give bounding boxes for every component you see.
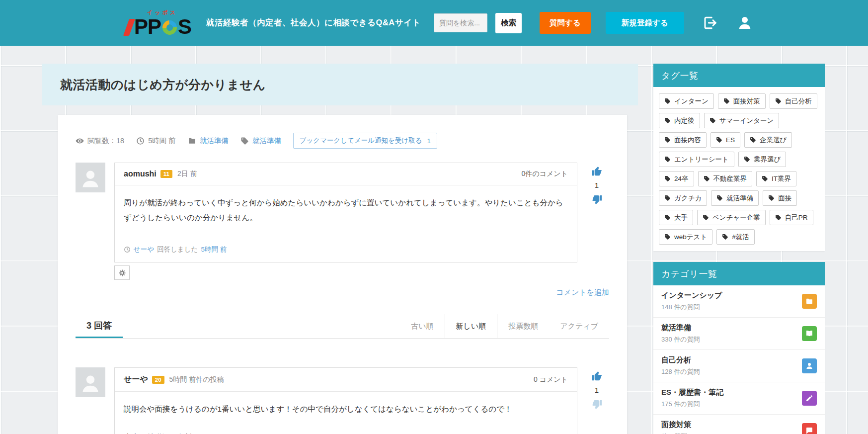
tag-pill[interactable]: 面接 (763, 190, 797, 206)
answer-upvote-button[interactable] (590, 369, 603, 382)
tag-icon (240, 137, 249, 145)
category-count: 件の質問 (661, 432, 802, 434)
main-layout: 就活活動のはじめ方が分かりません 閲覧数：18 5時間 前 就活準備 (0, 46, 868, 434)
answered-time-link[interactable]: 5時間 前 (201, 245, 227, 254)
header: イッポス PP S 就活経験者（内定者、社会人）に相談できるQ&Aサイト 検索 … (0, 0, 868, 46)
tag-pill[interactable]: ES (710, 132, 740, 148)
answers-bar: 3 回答 古い順 新しい順 投票数順 アクティブ (76, 314, 609, 339)
tag-pill[interactable]: 自己分析 (770, 93, 817, 109)
tag-pill[interactable]: webテスト (659, 229, 712, 245)
vote-count: 1 (595, 181, 599, 189)
site-logo[interactable]: イッポス PP S (126, 9, 191, 37)
category-name: 自己分析 (661, 355, 802, 365)
tag-pill-label: #就活 (732, 233, 749, 242)
user-icon[interactable] (736, 14, 754, 32)
add-comment-row: コメントを追加 (76, 288, 609, 297)
tag-pill[interactable]: 企業選び (744, 132, 792, 148)
tag-pill[interactable]: 不動産業界 (698, 171, 753, 186)
tag-link[interactable]: 就活準備 (252, 136, 281, 146)
tag-pill[interactable]: 就活準備 (711, 190, 759, 206)
folder-icon (188, 137, 196, 145)
category-row-internship[interactable]: インターンシップ 148 件の質問 (653, 285, 825, 318)
sort-tab-newest[interactable]: 新しい順 (445, 314, 498, 338)
category-link[interactable]: 就活準備 (200, 136, 229, 146)
tag-pill[interactable]: 24卒 (659, 171, 694, 186)
folder-icon (802, 294, 817, 309)
tag-pill-label: 業界選び (754, 155, 781, 164)
answered-info: せーや 回答しました 5時間 前 (115, 243, 577, 262)
author-name[interactable]: aomushi (124, 170, 157, 178)
tag-pill-label: 面接内容 (674, 136, 701, 145)
tag-pill-label: 自己PR (785, 213, 808, 222)
tag-icon (704, 175, 710, 182)
tag-pill-label: webテスト (674, 233, 707, 242)
book-icon (802, 326, 817, 341)
categories-panel-title: カテゴリ一覧 (653, 262, 825, 285)
question-comments-count: 0件のコメント (522, 170, 568, 178)
person-icon (802, 358, 817, 373)
tag-pill[interactable]: 内定後 (659, 113, 700, 128)
tag-pill-label: 大手 (674, 213, 688, 222)
register-button[interactable]: 新規登録する (606, 12, 684, 34)
tag-pill[interactable]: インターン (659, 93, 714, 109)
tag-pill[interactable]: ガクチカ (659, 190, 707, 206)
answer-downvote-button[interactable] (590, 398, 603, 411)
answer-post-box: せーや 20 5時間 前件の投稿 0 コメント 説明会や面接をうけるのが1番いい… (114, 367, 577, 434)
tag-pill[interactable]: 面接内容 (659, 132, 707, 148)
tag-pill-label: 自己分析 (785, 97, 812, 106)
bookmark-button[interactable]: ブックマークしてメール通知を受け取る 1 (293, 133, 437, 149)
tag-pill[interactable]: ベンチャー企業 (697, 210, 766, 225)
answer-vote-count: 1 (595, 386, 599, 394)
tag-pill[interactable]: IT業界 (756, 171, 796, 186)
category-row-self-analysis[interactable]: 自己分析 128 件の質問 (653, 350, 825, 382)
tag-pill[interactable]: 自己PR (770, 210, 813, 225)
category-row-es-resume[interactable]: ES・履歴書・筆記 175 件の質問 (653, 382, 825, 415)
upvote-button[interactable] (590, 165, 603, 177)
question-post: aomushi 11 2日 前 0件のコメント 周りが就活が終わっていく中ずっと… (76, 163, 609, 262)
sort-tab-oldest[interactable]: 古い順 (400, 314, 444, 338)
settings-button[interactable] (114, 265, 130, 280)
thumbs-down-icon (591, 399, 603, 410)
category-name: 就活準備 (661, 323, 802, 333)
tag-icon (716, 195, 723, 201)
tag-pill[interactable]: 業界選び (738, 152, 786, 167)
tag-icon (775, 214, 782, 221)
tag-pill-label: 内定後 (674, 116, 695, 125)
answered-by-link[interactable]: せーや (134, 245, 154, 254)
tag-icon (703, 214, 709, 221)
answered-action-label: 回答しました (157, 245, 198, 254)
search-button[interactable]: 検索 (495, 13, 522, 33)
tag-pill-label: ベンチャー企業 (712, 213, 760, 222)
category-row-preparation[interactable]: 就活準備 330 件の質問 (653, 318, 825, 350)
search-input[interactable] (434, 13, 487, 32)
avatar (76, 163, 105, 192)
answer-body: 説明会や面接をうけるのが1番いいと思います！その中で自分がしなくてはならないこと… (115, 392, 577, 434)
tag-pill[interactable]: 面接対策 (718, 93, 766, 109)
sort-tab-votes[interactable]: 投票数順 (497, 314, 549, 338)
category-count: 330 件の質問 (661, 335, 802, 344)
sort-tab-active[interactable]: アクティブ (549, 314, 609, 338)
logo-wordmark: PP S (126, 16, 191, 37)
category-meta: 就活準備 (188, 136, 229, 146)
tag-pill[interactable]: 大手 (659, 210, 693, 225)
logout-icon[interactable] (701, 14, 719, 32)
tag-pill-label: インターン (674, 97, 709, 106)
site-tagline: 就活経験者（内定者、社会人）に相談できるQ&Aサイト (206, 17, 421, 28)
add-comment-link[interactable]: コメントを追加 (556, 288, 609, 296)
ask-question-button[interactable]: 質問する (540, 12, 591, 34)
gear-icon (119, 269, 126, 276)
category-row-interview[interactable]: 面接対策 件の質問 (653, 415, 825, 434)
chat-icon (802, 423, 817, 434)
tag-icon (664, 137, 671, 143)
tag-pill[interactable]: サマーインターン (704, 113, 780, 128)
tag-pill-label: 不動産業界 (713, 174, 747, 183)
downvote-button[interactable] (590, 193, 603, 206)
tag-pill[interactable]: #就活 (716, 229, 755, 245)
clock-icon (124, 246, 131, 253)
answer-author-name[interactable]: せーや (124, 374, 148, 385)
question-votes: 1 (584, 163, 609, 206)
tag-pill-label: 24卒 (674, 174, 689, 183)
question-card: 閲覧数：18 5時間 前 就活準備 就活準備 ブックマークしてメール通知を受け取… (58, 115, 627, 434)
tag-pill[interactable]: エントリーシート (659, 152, 734, 167)
tags-panel: インターン 面接対策 自己分析 内定後 (653, 87, 825, 251)
